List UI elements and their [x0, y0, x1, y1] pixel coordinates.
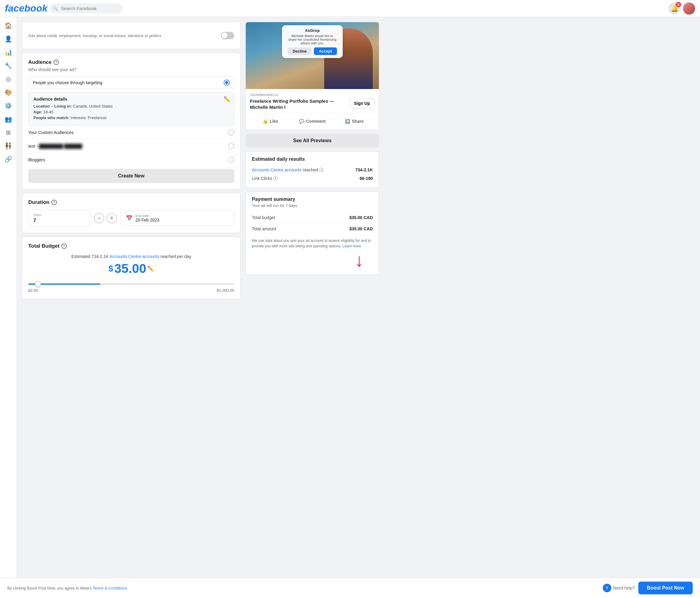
boost-post-button[interactable]: Boost Post Now [638, 581, 693, 594]
preview-image: AirDrop Michelle Martin would like to sh… [246, 22, 379, 89]
end-date-box: 📅 End date 20 Feb 2023 [121, 210, 234, 226]
help-circle-icon: ? [603, 584, 611, 592]
share-label: Share [352, 119, 364, 124]
airdrop-overlay-title: AirDrop [287, 28, 338, 33]
learn-more-link[interactable]: Learn more [343, 244, 361, 248]
like-button[interactable]: 👍 Like [250, 116, 291, 126]
preview-title-row: Freelance Writing Portfolio Samples — Mi… [250, 98, 375, 110]
budget-estimate: Estimated 734-2.1K Accounts Centre accou… [28, 254, 234, 259]
sidebar-item-settings[interactable]: ⚙️ [2, 100, 15, 112]
sidebar-item-profile[interactable]: 👤 [2, 33, 15, 45]
audience-option-targeting[interactable]: People you choose through targeting [28, 76, 234, 89]
user-avatar[interactable] [683, 2, 695, 15]
budget-title: Total Budget [28, 243, 59, 249]
custom-audience-radio[interactable] [228, 129, 234, 135]
audience-subtitle: Who should see your ad? [28, 67, 234, 72]
share-icon: ↗️ [345, 119, 350, 124]
sidebar-item-home[interactable]: 🏠 [2, 20, 15, 32]
toggle-switch[interactable] [221, 32, 234, 39]
terms-link[interactable]: Terms & Conditions [93, 586, 127, 591]
duration-title: Duration [28, 199, 50, 205]
sidebar-item-circle[interactable]: ◎ [2, 73, 15, 85]
test-audience-label: test - ████████ ██████ [28, 144, 82, 149]
audience-option-label: People you choose through targeting [33, 80, 102, 85]
preview-domain: michellemartin.co [250, 93, 375, 97]
stepper-wrap: − + [94, 213, 117, 223]
budget-value: 35.00 [114, 261, 146, 276]
payment-subtitle: Your ad will run for 7 days. [252, 203, 373, 208]
toggle-card: Ads about credit, employment, housing, o… [22, 22, 241, 49]
notification-bell[interactable]: 🔔 8 [668, 2, 680, 15]
budget-slider[interactable] [28, 283, 234, 285]
airdrop-overlay: AirDrop Michelle Martin would like to sh… [282, 25, 343, 58]
total-amount-label: Total amount [252, 226, 276, 231]
search-input[interactable] [50, 3, 123, 14]
duration-card: Duration ? Days 7 − + 📅 End d [22, 193, 241, 233]
preview-signup-button[interactable]: Sign Up [349, 98, 375, 108]
see-all-previews-button[interactable]: See All Previews [246, 134, 379, 148]
days-value: 7 [33, 218, 85, 223]
comment-button[interactable]: 💬 Comment [292, 116, 333, 126]
sidebar-item-people[interactable]: 👥 [2, 113, 15, 125]
payment-summary-card: Payment summary Your ad will run for 7 d… [246, 192, 379, 275]
like-label: Like [270, 119, 278, 124]
results-title: Estimated daily results [252, 156, 373, 162]
notification-badge: 8 [676, 2, 681, 7]
calendar-icon: 📅 [126, 215, 132, 222]
increment-button[interactable]: + [107, 213, 117, 223]
test-audience-row[interactable]: test - ████████ ██████ [28, 140, 234, 153]
clicks-result-label: Link Clicks ℹ [252, 176, 278, 181]
airdrop-accept-button[interactable]: Accept [314, 47, 336, 55]
audience-radio-targeting[interactable] [224, 80, 230, 86]
airdrop-decline-button[interactable]: Decline [288, 47, 311, 55]
audience-help-icon[interactable]: ? [53, 59, 59, 65]
estimated-results-card: Estimated daily results Accounts Centre … [246, 151, 379, 188]
create-new-button[interactable]: Create New [28, 169, 234, 183]
toggle-row: Ads about credit, employment, housing, o… [28, 28, 234, 43]
bloggers-row[interactable]: Bloggers [28, 153, 234, 167]
custom-audience-row[interactable]: Your Custom Audiences [28, 126, 234, 140]
share-button[interactable]: ↗️ Share [334, 116, 375, 126]
results-accounts-link[interactable]: Accounts Centre accounts [252, 168, 301, 172]
decrement-button[interactable]: − [94, 213, 104, 223]
accounts-info-icon[interactable]: ℹ [319, 168, 324, 172]
audience-section-label: Audience ? [28, 59, 234, 65]
left-sidebar: 🏠 👤 📊 🔧 ◎ 🎨 ⚙️ 👥 ⊞ 👫 🔗 [0, 17, 17, 598]
slider-wrap [28, 281, 234, 285]
sidebar-item-palette[interactable]: 🎨 [2, 86, 15, 98]
total-budget-label: Total budget [252, 215, 275, 220]
days-label: Days [33, 213, 85, 217]
duration-section-label: Duration ? [28, 199, 234, 205]
budget-edit-icon[interactable]: ✏️ [147, 265, 154, 272]
audience-edit-button[interactable]: ✏️ [224, 96, 230, 103]
audience-age-row: Age: 18-45 [33, 110, 229, 114]
need-help-button[interactable]: ? Need help? [603, 584, 635, 592]
sidebar-item-link[interactable]: 🔗 [2, 153, 15, 165]
clicks-info-icon[interactable]: ℹ [273, 176, 278, 180]
duration-help-icon[interactable]: ? [51, 200, 57, 205]
sidebar-item-tools[interactable]: 🔧 [2, 59, 15, 72]
bloggers-radio[interactable] [228, 157, 234, 163]
sidebar-item-charts[interactable]: 📊 [2, 46, 15, 58]
audience-location-value: Canada, United States [73, 104, 113, 108]
sidebar-item-grid[interactable]: ⊞ [2, 126, 15, 139]
preview-actions: 👍 Like 💬 Comment ↗️ Share [250, 113, 375, 126]
accounts-centre-link[interactable]: Accounts Centre accounts [110, 254, 159, 259]
duration-row: Days 7 − + 📅 End date 20 Feb 2023 [28, 210, 234, 227]
accounts-result-row: Accounts Centre accounts reached ℹ 734-2… [252, 166, 373, 174]
sidebar-item-audience[interactable]: 👫 [2, 140, 15, 152]
airdrop-overlay-text: Michelle Martin would like to share her … [287, 34, 338, 45]
bottom-bar: By clicking Boost Post Now, you agree to… [0, 578, 700, 598]
reached-label: reached [303, 168, 318, 172]
total-amount-value: $35.00 CAD [349, 226, 373, 231]
test-audience-radio[interactable] [228, 143, 234, 149]
audience-location-row: Location – Living in: Canada, United Sta… [33, 104, 229, 108]
budget-help-icon[interactable]: ? [61, 243, 67, 249]
arrow-indicator: ↓ [252, 249, 373, 270]
audience-interests-value: Interests: Freelancer [71, 116, 107, 120]
budget-card: Total Budget ? Estimated 734-2.1K Accoun… [22, 237, 241, 299]
payment-disclaimer: We use data about you and your ad accoun… [252, 238, 373, 249]
budget-currency: $ [108, 264, 113, 273]
top-nav: facebook 🔔 8 [0, 0, 700, 17]
accounts-result-value: 734-2.1K [355, 168, 373, 172]
